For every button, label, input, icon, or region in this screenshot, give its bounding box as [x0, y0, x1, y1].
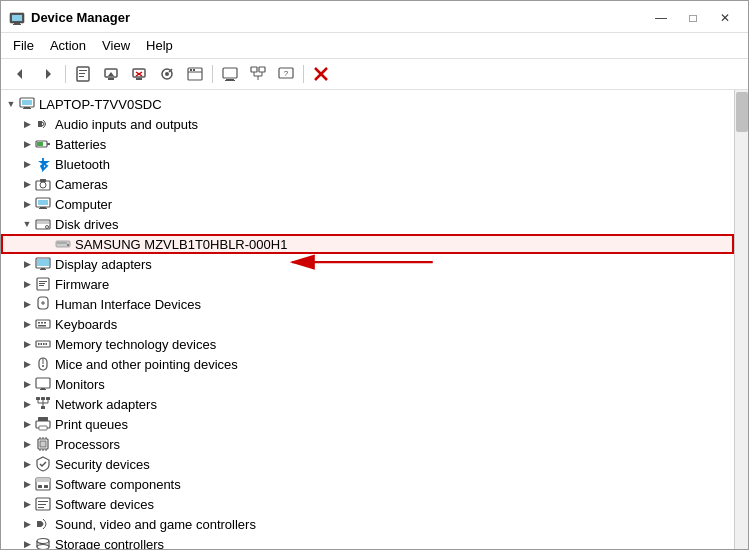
update-driver-button[interactable] — [98, 62, 124, 86]
tree-item-batteries[interactable]: ▶ Batteries — [1, 134, 734, 154]
hid-label: Human Interface Devices — [55, 297, 201, 312]
scan-button[interactable] — [154, 62, 180, 86]
tree-item-audio[interactable]: ▶ Audio inputs and outputs — [1, 114, 734, 134]
tree-item-software-devices[interactable]: ▶ Software devices — [1, 494, 734, 514]
delete-button[interactable] — [308, 62, 334, 86]
menu-view[interactable]: View — [94, 35, 138, 56]
tree-root[interactable]: ▼ LAPTOP-T7VV0SDC — [1, 94, 734, 114]
tree-item-sound[interactable]: ▶ Sound, video and game controllers — [1, 514, 734, 534]
tree-item-hid[interactable]: ▶ Human Interface Devices — [1, 294, 734, 314]
root-expand[interactable]: ▼ — [3, 96, 19, 112]
security-expand[interactable]: ▶ — [19, 456, 35, 472]
svg-rect-110 — [38, 501, 48, 502]
tree-item-computer[interactable]: ▶ Computer — [1, 194, 734, 214]
software-components-expand[interactable]: ▶ — [19, 476, 35, 492]
svg-point-54 — [46, 226, 49, 229]
tree-item-bluetooth[interactable]: ▶ Bluetooth — [1, 154, 734, 174]
console-button[interactable] — [217, 62, 243, 86]
tree-item-samsung[interactable]: ▶ SAMSUNG MZVLB1T0HBLR-000H1 — [1, 234, 734, 254]
svg-rect-1 — [12, 15, 22, 21]
svg-rect-78 — [46, 343, 48, 345]
computer-icon — [19, 96, 35, 112]
tree-item-disk-drives[interactable]: ▼ Disk drives — [1, 214, 734, 234]
tree-item-monitors[interactable]: ▶ Monitors — [1, 374, 734, 394]
title-bar: Device Manager — □ ✕ — [1, 1, 748, 33]
svg-rect-94 — [38, 417, 48, 421]
tree-item-display[interactable]: ▶ Display adapters — [1, 254, 734, 274]
bluetooth-expand[interactable]: ▶ — [19, 156, 35, 172]
firmware-label: Firmware — [55, 277, 109, 292]
svg-rect-70 — [38, 322, 40, 324]
close-button[interactable]: ✕ — [710, 8, 740, 28]
mice-icon — [35, 356, 51, 372]
print-expand[interactable]: ▶ — [19, 416, 35, 432]
tree-item-storage[interactable]: ▶ Storage controllers — [1, 534, 734, 549]
menu-help[interactable]: Help — [138, 35, 181, 56]
storage-expand[interactable]: ▶ — [19, 536, 35, 549]
software-devices-expand[interactable]: ▶ — [19, 496, 35, 512]
audio-expand[interactable]: ▶ — [19, 116, 35, 132]
tree-item-software-components[interactable]: ▶ Software components — [1, 474, 734, 494]
monitors-expand[interactable]: ▶ — [19, 376, 35, 392]
software-devices-icon — [35, 496, 51, 512]
svg-rect-76 — [41, 343, 43, 345]
disk-expand[interactable]: ▼ — [19, 216, 35, 232]
menu-file[interactable]: File — [5, 35, 42, 56]
mice-expand[interactable]: ▶ — [19, 356, 35, 372]
computer-expand[interactable]: ▶ — [19, 196, 35, 212]
maximize-button[interactable]: □ — [678, 8, 708, 28]
svg-point-46 — [40, 182, 46, 188]
hid-expand[interactable]: ▶ — [19, 296, 35, 312]
sound-expand[interactable]: ▶ — [19, 516, 35, 532]
monitors-label: Monitors — [55, 377, 105, 392]
tree-item-print[interactable]: ▶ Print queues — [1, 414, 734, 434]
display-expand[interactable]: ▶ — [19, 256, 35, 272]
memory-expand[interactable]: ▶ — [19, 336, 35, 352]
svg-rect-47 — [40, 179, 46, 182]
svg-rect-41 — [38, 121, 42, 127]
svg-rect-3 — [13, 24, 21, 25]
help-button[interactable]: ? — [273, 62, 299, 86]
sound-label: Sound, video and game controllers — [55, 517, 256, 532]
minimize-button[interactable]: — — [646, 8, 676, 28]
device-manager-window: Device Manager — □ ✕ File Action View He… — [0, 0, 749, 550]
display-label: Display adapters — [55, 257, 152, 272]
tree-item-cameras[interactable]: ▶ Cameras — [1, 174, 734, 194]
tree-item-mice[interactable]: ▶ Mice and other pointing devices — [1, 354, 734, 374]
cameras-label: Cameras — [55, 177, 108, 192]
uninstall-button[interactable] — [126, 62, 152, 86]
connect-icon — [250, 66, 266, 82]
svg-rect-77 — [43, 343, 45, 345]
device-tree[interactable]: ▼ LAPTOP-T7VV0SDC ▶ — [1, 90, 734, 549]
firmware-expand[interactable]: ▶ — [19, 276, 35, 292]
svg-rect-98 — [40, 441, 46, 447]
forward-button[interactable] — [35, 62, 61, 86]
keyboards-expand[interactable]: ▶ — [19, 316, 35, 332]
svg-rect-39 — [24, 107, 30, 108]
tree-item-memory[interactable]: ▶ Memory technology devices — [1, 334, 734, 354]
uninstall-icon — [131, 66, 147, 82]
action-button[interactable] — [182, 62, 208, 86]
svg-rect-59 — [37, 259, 49, 266]
toolbar-separator-2 — [212, 65, 213, 83]
connect-button[interactable] — [245, 62, 271, 86]
processors-expand[interactable]: ▶ — [19, 436, 35, 452]
window-controls: — □ ✕ — [646, 8, 740, 28]
batteries-expand[interactable]: ▶ — [19, 136, 35, 152]
vertical-scrollbar[interactable] — [734, 90, 748, 549]
tree-item-firmware[interactable]: ▶ Firmware — [1, 274, 734, 294]
monitors-icon — [35, 376, 51, 392]
tree-item-keyboards[interactable]: ▶ Keyboards — [1, 314, 734, 334]
svg-rect-96 — [39, 426, 47, 430]
tree-item-network[interactable]: ▶ Network adapters — [1, 394, 734, 414]
tree-item-security[interactable]: ▶ Security devices — [1, 454, 734, 474]
svg-rect-50 — [40, 207, 46, 208]
svg-rect-86 — [41, 397, 45, 400]
menu-action[interactable]: Action — [42, 35, 94, 56]
cameras-expand[interactable]: ▶ — [19, 176, 35, 192]
network-expand[interactable]: ▶ — [19, 396, 35, 412]
tree-item-processors[interactable]: ▶ Processors — [1, 434, 734, 454]
properties-button[interactable] — [70, 62, 96, 86]
svg-rect-75 — [38, 343, 40, 345]
back-button[interactable] — [7, 62, 33, 86]
